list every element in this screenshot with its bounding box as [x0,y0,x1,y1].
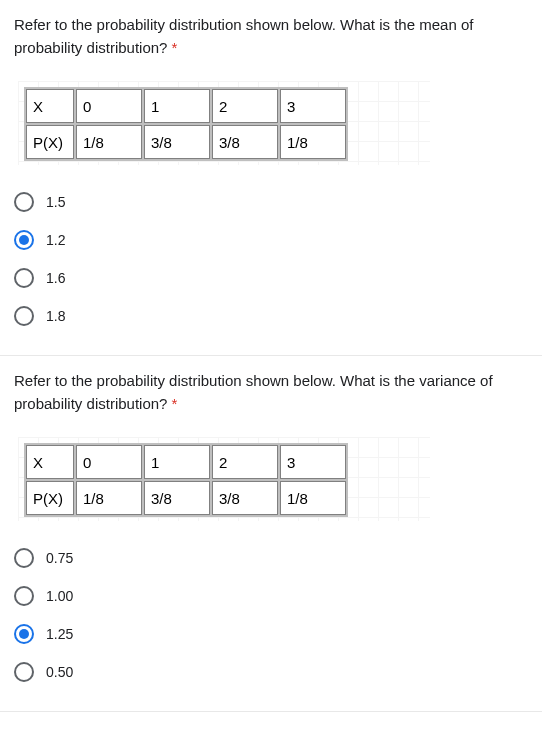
table-cell: 2 [212,89,278,123]
radio-icon [14,662,34,682]
table-grid-background: X 0 1 2 3 P(X) 1/8 3/8 3/8 1/8 [18,437,430,521]
radio-icon [14,306,34,326]
table-cell: 3/8 [144,481,210,515]
question-text: Refer to the probability distribution sh… [14,370,528,415]
radio-icon [14,548,34,568]
radio-icon [14,192,34,212]
table-cell: 1/8 [280,125,346,159]
table-row: X 0 1 2 3 [26,445,346,479]
table-cell: 2 [212,445,278,479]
question-prompt: Refer to the probability distribution sh… [14,16,473,56]
option-label: 1.5 [46,194,65,210]
table-cell: 3/8 [212,481,278,515]
table-row: P(X) 1/8 3/8 3/8 1/8 [26,125,346,159]
table-cell: X [26,445,74,479]
table-cell: 1/8 [76,481,142,515]
table-grid-background: X 0 1 2 3 P(X) 1/8 3/8 3/8 1/8 [18,81,430,165]
options-group: 1.5 1.2 1.6 1.8 [14,183,528,335]
probability-table: X 0 1 2 3 P(X) 1/8 3/8 3/8 1/8 [24,443,348,517]
option-label: 1.00 [46,588,73,604]
table-cell: P(X) [26,481,74,515]
question-prompt: Refer to the probability distribution sh… [14,372,493,412]
table-cell: 0 [76,445,142,479]
radio-icon [14,586,34,606]
radio-option[interactable]: 1.5 [14,183,528,221]
radio-option[interactable]: 1.2 [14,221,528,259]
radio-option[interactable]: 0.50 [14,653,528,691]
table-cell: X [26,89,74,123]
table-cell: 3/8 [144,125,210,159]
table-cell: 1 [144,89,210,123]
question-text: Refer to the probability distribution sh… [14,14,528,59]
option-label: 1.2 [46,232,65,248]
table-cell: 3/8 [212,125,278,159]
required-marker: * [172,395,178,412]
radio-option[interactable]: 0.75 [14,539,528,577]
radio-option[interactable]: 1.8 [14,297,528,335]
radio-option[interactable]: 1.25 [14,615,528,653]
table-cell: 3 [280,89,346,123]
table-cell: 0 [76,89,142,123]
options-group: 0.75 1.00 1.25 0.50 [14,539,528,691]
option-label: 1.6 [46,270,65,286]
table-cell: 1/8 [76,125,142,159]
option-label: 1.25 [46,626,73,642]
question-block: Refer to the probability distribution sh… [0,356,542,712]
radio-icon [14,624,34,644]
table-cell: 1/8 [280,481,346,515]
table-row: X 0 1 2 3 [26,89,346,123]
required-marker: * [172,39,178,56]
table-row: P(X) 1/8 3/8 3/8 1/8 [26,481,346,515]
option-label: 1.8 [46,308,65,324]
radio-icon [14,268,34,288]
radio-icon [14,230,34,250]
table-cell: P(X) [26,125,74,159]
option-label: 0.75 [46,550,73,566]
option-label: 0.50 [46,664,73,680]
table-cell: 3 [280,445,346,479]
question-block: Refer to the probability distribution sh… [0,0,542,356]
radio-option[interactable]: 1.00 [14,577,528,615]
probability-table: X 0 1 2 3 P(X) 1/8 3/8 3/8 1/8 [24,87,348,161]
table-cell: 1 [144,445,210,479]
radio-option[interactable]: 1.6 [14,259,528,297]
